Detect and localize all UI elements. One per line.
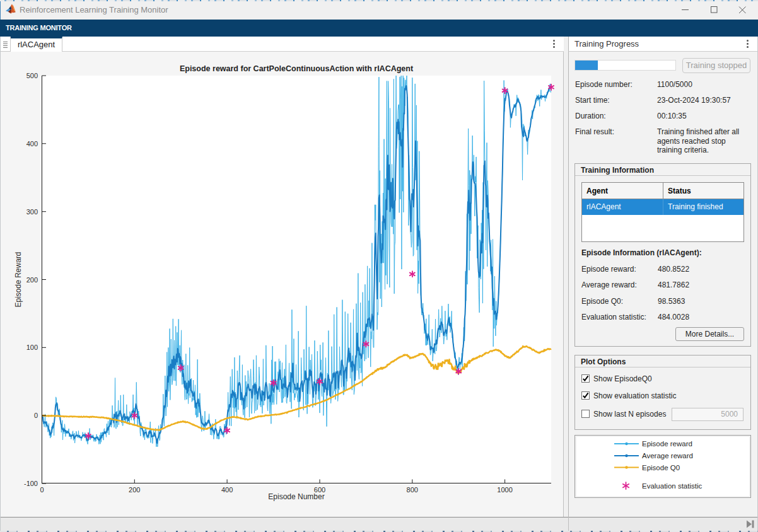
svg-text:1000: 1000 <box>497 486 512 494</box>
svg-text:800: 800 <box>407 486 418 494</box>
svg-text:200: 200 <box>26 276 38 284</box>
svg-text:400: 400 <box>221 486 233 494</box>
svg-text:300: 300 <box>26 208 38 216</box>
svg-text:Episode reward: Episode reward <box>642 440 692 448</box>
svg-text:Episode reward for CartPoleCon: Episode reward for CartPoleContinuousAct… <box>180 64 414 73</box>
svg-text:400: 400 <box>26 140 38 147</box>
svg-text:-100: -100 <box>24 480 38 487</box>
svg-text:Evaluation statistic: Evaluation statistic <box>642 482 702 490</box>
svg-text:100: 100 <box>26 344 38 351</box>
svg-text:0: 0 <box>40 486 44 494</box>
svg-text:500: 500 <box>26 72 38 79</box>
svg-text:Episode Number: Episode Number <box>268 492 324 501</box>
svg-text:Episode Reward: Episode Reward <box>14 252 23 307</box>
svg-text:0: 0 <box>34 412 38 419</box>
svg-text:Episode Q0: Episode Q0 <box>642 464 680 471</box>
svg-text:Average reward: Average reward <box>642 452 693 460</box>
svg-text:200: 200 <box>129 486 140 494</box>
